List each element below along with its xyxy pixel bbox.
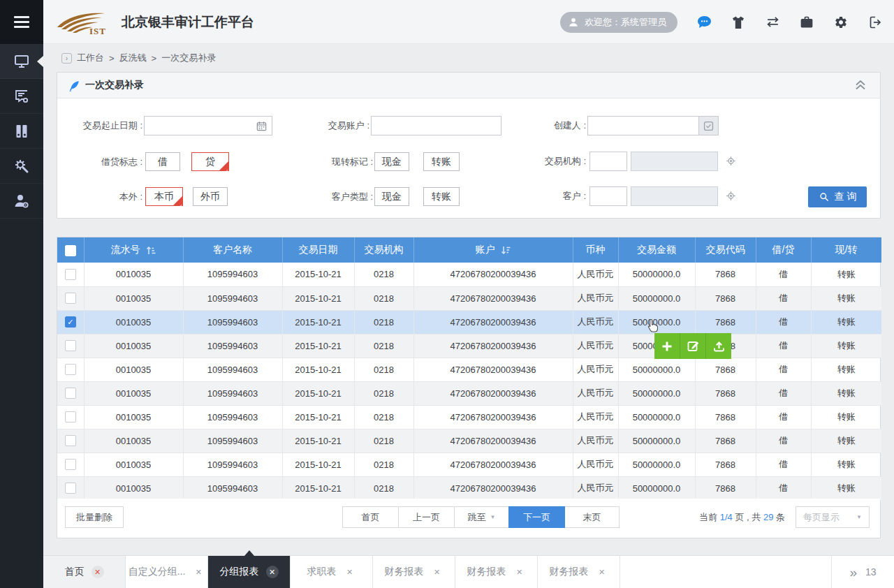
chevrons-right-icon[interactable]: » [849, 566, 857, 579]
add-row-button[interactable] [654, 333, 680, 359]
date-range-input[interactable] [144, 116, 272, 135]
bottom-tab[interactable]: 求职表✕ [291, 556, 373, 588]
table-row[interactable]: ✓001003510959946032015-10-21021847206780… [57, 310, 881, 334]
bottom-tab[interactable]: 分组报表✕ [208, 556, 291, 588]
column-header[interactable]: 交易代码 [695, 237, 756, 263]
column-header[interactable]: 现/转 [811, 237, 881, 263]
bottom-tab[interactable]: 自定义分组...✕ [126, 556, 208, 588]
creator-input[interactable] [587, 116, 699, 135]
column-header[interactable]: 币种 [573, 237, 618, 263]
next-page-button[interactable]: 下一页 [508, 506, 565, 528]
table-cell: 人民币元 [573, 405, 618, 429]
row-checkbox[interactable] [65, 435, 76, 446]
row-checkbox[interactable] [65, 388, 76, 399]
last-page-button[interactable]: 末页 [564, 506, 620, 528]
customer-picker-target-icon[interactable] [725, 190, 737, 205]
table-row[interactable]: 001003510959946032015-10-210218472067802… [57, 358, 881, 381]
sidebar-item-workbench[interactable] [0, 44, 43, 79]
page-size-dropdown[interactable]: 每页显示▼ [796, 506, 870, 528]
column-header[interactable]: 借/贷 [756, 237, 811, 263]
chat-settings-icon [13, 88, 30, 105]
column-header[interactable]: 流水号 [84, 237, 183, 263]
toggle-foreign-currency[interactable]: 外币 [193, 187, 228, 206]
logout-icon[interactable] [867, 15, 883, 30]
row-checkbox[interactable] [65, 483, 76, 494]
select-all-checkbox[interactable] [65, 245, 76, 256]
table-row[interactable]: 001003510959946032015-10-210218472067802… [57, 381, 881, 405]
toggle-debit[interactable]: 借 [145, 152, 180, 171]
calendar-icon[interactable] [256, 120, 268, 135]
tab-close-icon[interactable]: ✕ [596, 566, 608, 578]
table-row[interactable]: 001003510959946032015-10-210218472067802… [57, 429, 881, 453]
theme-icon[interactable] [731, 15, 746, 30]
settings-gear-icon[interactable] [833, 15, 849, 30]
collapse-panel-icon[interactable] [853, 79, 867, 91]
company-logo-icon: IST [53, 6, 117, 38]
batch-delete-button[interactable]: 批量删除 [65, 506, 124, 528]
row-checkbox[interactable] [65, 293, 76, 304]
bottom-tab[interactable]: 首页✕ [43, 556, 126, 588]
menu-icon[interactable] [0, 0, 43, 44]
row-checkbox[interactable] [65, 340, 76, 351]
tab-close-icon[interactable]: ✕ [266, 566, 279, 578]
creator-select-button[interactable] [699, 116, 719, 135]
sort-asc-icon[interactable] [146, 246, 156, 255]
org-picker-target-icon[interactable] [725, 155, 737, 170]
tab-close-icon[interactable]: ✕ [344, 566, 356, 578]
breadcrumb-item-workbench[interactable]: 工作台 [77, 52, 104, 64]
messages-icon[interactable] [696, 15, 712, 30]
sort-desc-icon[interactable] [501, 246, 511, 255]
welcome-text: 欢迎您：系统管理员 [585, 16, 666, 29]
bottom-tab[interactable]: 财务报表✕ [455, 556, 538, 588]
table-row[interactable]: 001003510959946032015-10-210218472067802… [57, 286, 881, 310]
column-header[interactable]: 交易日期 [282, 237, 354, 263]
table-row[interactable]: 001003510959946032015-10-210218472067802… [57, 453, 881, 476]
table-row[interactable]: 001003510959946032015-10-210218472067802… [57, 263, 881, 286]
toggle-customer-transfer[interactable]: 转账 [423, 187, 460, 206]
jump-to-dropdown[interactable]: 跳至▼ [454, 506, 509, 528]
table-row[interactable]: 001003510959946032015-10-210218472067802… [57, 405, 881, 429]
row-checkbox[interactable] [65, 364, 76, 375]
column-header[interactable]: 交易金额 [618, 237, 695, 263]
bottom-tab[interactable]: 财务报表✕ [373, 556, 455, 588]
table-row[interactable]: 001003510959946032015-10-210218472067802… [57, 476, 881, 500]
sidebar-item-archives[interactable] [0, 114, 43, 149]
tab-close-icon[interactable]: ✕ [513, 566, 526, 578]
row-checkbox[interactable] [65, 269, 76, 280]
row-checkbox[interactable] [65, 459, 76, 470]
user-welcome-badge[interactable]: 欢迎您：系统管理员 [560, 12, 677, 33]
bottom-tab[interactable]: 财务报表✕ [538, 556, 620, 588]
column-header[interactable]: 交易机构 [354, 237, 413, 263]
toggle-cash[interactable]: 现金 [374, 152, 409, 171]
org-code-input[interactable] [589, 152, 627, 171]
tab-close-icon[interactable]: ✕ [192, 566, 205, 578]
edit-row-button[interactable] [680, 333, 705, 359]
row-checkbox[interactable]: ✓ [65, 316, 76, 328]
table-row[interactable]: 001003510959946032015-10-210218472067802… [57, 334, 881, 358]
prev-page-button[interactable]: 上一页 [398, 506, 455, 528]
upload-row-button[interactable] [705, 333, 731, 359]
tab-close-icon[interactable]: ✕ [91, 566, 104, 578]
customer-type-label: 客户类型 : [289, 187, 373, 206]
toggle-customer-cash[interactable]: 现金 [374, 187, 409, 206]
toggle-transfer[interactable]: 转账 [423, 152, 460, 171]
tab-close-icon[interactable]: ✕ [431, 566, 444, 578]
creator-label: 创建人 : [502, 116, 586, 135]
row-checkbox[interactable] [65, 411, 76, 422]
sidebar-item-messages[interactable] [0, 79, 43, 114]
swap-icon[interactable] [765, 15, 780, 30]
breadcrumb-item-aml[interactable]: 反洗钱 [119, 52, 147, 64]
customer-code-input[interactable] [589, 186, 627, 206]
first-page-button[interactable]: 首页 [342, 506, 399, 528]
briefcase-icon[interactable] [799, 15, 814, 30]
edit-icon [687, 339, 700, 353]
sidebar-item-tools[interactable] [0, 149, 43, 184]
toggle-credit[interactable]: 贷✓ [191, 152, 229, 171]
sidebar-item-user-admin[interactable] [0, 184, 43, 219]
column-header[interactable]: 账户 [413, 237, 573, 263]
column-header[interactable]: 客户名称 [183, 237, 282, 263]
tab-overflow[interactable]: » 13 [831, 556, 894, 588]
toggle-local-currency[interactable]: 本币✓ [145, 187, 183, 206]
account-input[interactable] [371, 116, 501, 135]
search-button[interactable]: 查 询 [808, 186, 867, 207]
